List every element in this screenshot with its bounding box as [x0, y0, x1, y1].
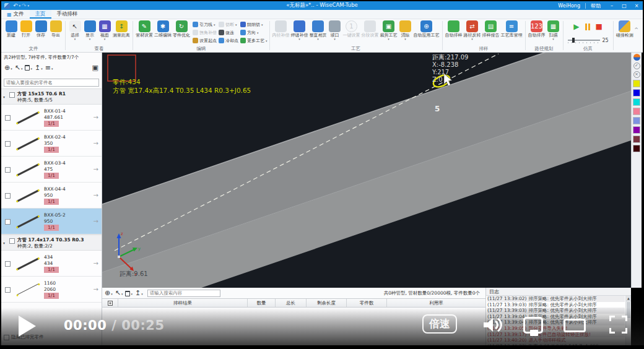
tube-group-header[interactable]: ▾ 方管 15x15 T0.6 R1 种类:5, 数量:5/5	[1, 88, 102, 105]
ribbon-small-button[interactable]: 设置起点	[193, 37, 217, 45]
arrow-right-icon[interactable]: →	[94, 218, 98, 225]
ribbon-button[interactable]: 分段设置	[361, 20, 380, 38]
ribbon-collapse-icon[interactable]: ^	[634, 27, 638, 33]
maximize-button[interactable]: □	[618, 1, 630, 10]
ribbon-button[interactable]: ↕ 测量距离	[112, 20, 131, 38]
ribbon-button[interactable]: 1 一键设置	[342, 20, 361, 38]
column-header[interactable]: 总长	[276, 299, 307, 307]
user-account-label[interactable]: WeiHong	[553, 3, 585, 9]
part-list-item[interactable]: BXX-03-4 475 1/1 →	[1, 157, 102, 183]
collapse-arrow-icon[interactable]: ▾	[3, 95, 5, 99]
column-header[interactable]: 排样结果	[118, 299, 248, 307]
slider-thumb[interactable]	[572, 38, 575, 43]
picture-in-picture-button[interactable]	[523, 317, 543, 334]
color-swatch[interactable]	[633, 117, 640, 124]
tab-file[interactable]: ▦ 文件	[1, 10, 30, 19]
arrow-right-icon[interactable]: →	[94, 192, 98, 199]
close-button[interactable]: ×	[630, 1, 643, 10]
add-tube-button[interactable]: ⊕▾	[105, 288, 115, 298]
ribbon-button[interactable]: ✎ 管材设置	[135, 20, 154, 38]
simulate-play-button[interactable]: ▶	[573, 23, 579, 31]
part-search-input[interactable]	[4, 79, 99, 87]
select-cursor-button[interactable]: ↖▾	[115, 288, 125, 298]
part-checkbox[interactable]	[5, 219, 11, 225]
cancel-icon[interactable]: ×	[633, 71, 640, 78]
ribbon-small-button[interactable]: 切断 ▾	[219, 20, 238, 28]
color-swatch[interactable]	[633, 89, 640, 97]
ribbon-small-button[interactable]: 更多工艺 ▾	[240, 37, 268, 45]
arrow-right-icon[interactable]: →	[94, 286, 98, 293]
playback-speed-button[interactable]: 倍速	[422, 314, 457, 334]
sort-list-button[interactable]: ≡▾	[45, 63, 55, 72]
video-play-button[interactable]	[19, 316, 36, 337]
ribbon-small-button[interactable]: 阴阳切 ▾	[240, 20, 268, 28]
tube-group-header[interactable]: ▾ 方管 17.4x17.4 T0.35 R0.3 种类:2, 数量:2/2	[1, 235, 102, 251]
ribbon-button[interactable]: 自动排样	[445, 20, 463, 38]
arrow-right-icon[interactable]: →	[94, 260, 98, 267]
color-swatch[interactable]	[633, 80, 640, 87]
part-list-item[interactable]: BXX-02-4 350 1/1 →	[1, 131, 102, 157]
color-swatch[interactable]	[633, 108, 640, 115]
arrow-right-icon[interactable]: →	[94, 166, 98, 173]
part-checkbox[interactable]	[5, 115, 11, 121]
ribbon-button[interactable]: 打开	[19, 20, 33, 38]
color-swatch[interactable]	[633, 126, 640, 134]
part-checkbox[interactable]	[5, 261, 11, 267]
simulate-stop-button[interactable]: ■	[596, 23, 603, 31]
ribbon-small-button[interactable]: 冷却点	[219, 37, 238, 45]
select-cursor-button[interactable]: ↖▾	[15, 63, 25, 72]
part-checkbox[interactable]	[5, 141, 11, 147]
color-swatch[interactable]	[633, 136, 640, 143]
ribbon-button[interactable]: 新建	[4, 20, 19, 38]
color-swatch[interactable]	[633, 98, 640, 106]
collision-check-button[interactable]: 碰撞检测	[616, 20, 634, 38]
part-checkbox[interactable]	[5, 167, 11, 173]
part-list-item[interactable]: 1160 2060 1/1 →	[1, 277, 102, 303]
group-checkbox[interactable]	[9, 92, 15, 98]
redo-dropdown-icon[interactable]: ▾	[28, 4, 30, 7]
ribbon-button[interactable]: 焊缝补偿 ▾	[290, 20, 309, 41]
column-header[interactable]: 零件数	[347, 299, 387, 307]
ribbon-button[interactable]: ≡ 工艺库管理	[500, 20, 523, 38]
export-part-button[interactable]: ↥▾	[35, 63, 45, 72]
delete-part-button[interactable]: ▾	[25, 63, 34, 72]
ribbon-small-button[interactable]: 方向 ▾	[240, 28, 268, 37]
ribbon-button[interactable]: ⊕ 自动应用工艺	[413, 20, 440, 38]
delete-tube-button[interactable]: ▾	[125, 288, 134, 298]
minimize-button[interactable]: –	[606, 1, 618, 10]
column-header[interactable]: 利用率	[387, 299, 485, 307]
simulation-speed-slider[interactable]: 25	[568, 35, 609, 46]
view-3d-toggle-button[interactable]: ▣	[92, 64, 98, 71]
part-checkbox[interactable]	[5, 287, 11, 293]
add-part-button[interactable]: ⊕▾	[4, 63, 14, 72]
select-all-icon[interactable]	[108, 301, 113, 306]
ribbon-button[interactable]: 保存	[33, 20, 48, 38]
help-button[interactable]: 帮助	[586, 2, 606, 9]
ribbon-button[interactable]: ▣ 裁剪工艺 ▾	[380, 20, 398, 41]
part-list-item[interactable]: BXX-04-4 950 1/1 →	[1, 183, 102, 209]
export-tube-button[interactable]: ↥▾	[135, 288, 145, 298]
part-checkbox[interactable]	[5, 193, 11, 199]
collapse-arrow-icon[interactable]: ▾	[3, 241, 5, 245]
ribbon-small-button[interactable]: 微连	[219, 28, 238, 37]
ribbon-small-button[interactable]: 拐角补偿	[193, 28, 217, 37]
column-header[interactable]: 剩余长度	[307, 299, 347, 307]
ribbon-button[interactable]: 坡口 ▾	[328, 20, 342, 41]
volume-button[interactable]	[481, 315, 505, 337]
undo-icon[interactable]: ↶	[13, 2, 18, 9]
scroll-up-icon[interactable]: ▲	[626, 296, 631, 301]
part-list-item[interactable]: BXX-05-2 950 1/1 →	[1, 209, 102, 235]
ribbon-button[interactable]: ✱ 二维编辑	[154, 20, 172, 38]
ribbon-small-button[interactable]: 引刀线 ▾	[193, 20, 217, 28]
tab-manual-nesting[interactable]: 手动排样	[51, 10, 84, 19]
ribbon-button[interactable]: ↻ 零件优化	[172, 20, 191, 38]
ribbon-button[interactable]: 123 自动排序	[528, 20, 546, 38]
ribbon-button[interactable]: ▦ 扫描 ▾	[546, 20, 561, 41]
web-fullscreen-button[interactable]	[564, 319, 586, 332]
undo-dropdown-icon[interactable]: ▾	[19, 4, 21, 7]
ribbon-button[interactable]: 内径补偿	[272, 20, 290, 38]
ribbon-button[interactable]: 导出	[48, 20, 63, 38]
column-header[interactable]: 数量	[248, 299, 276, 307]
part-list-item[interactable]: 434 434 1/1 →	[1, 251, 102, 277]
ribbon-button[interactable]: 清除 ▾	[398, 20, 413, 41]
